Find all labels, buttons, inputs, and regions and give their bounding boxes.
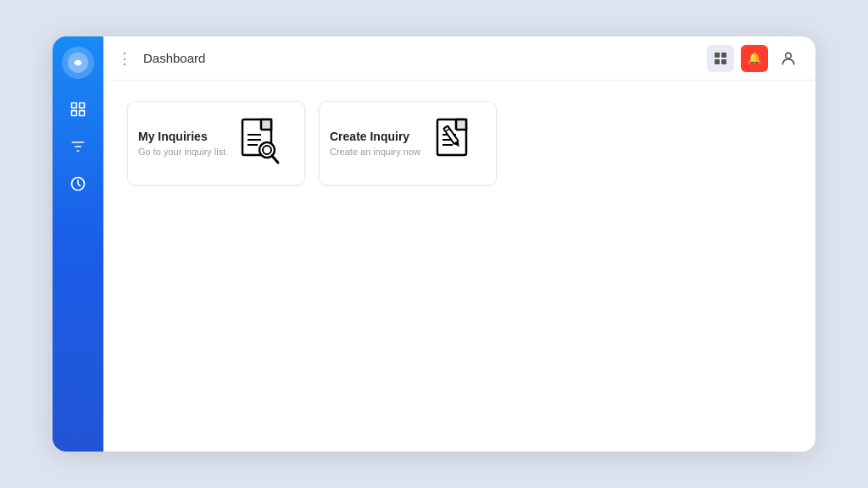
notification-icon: 🔔 bbox=[748, 52, 761, 64]
svg-rect-10 bbox=[721, 53, 726, 58]
svg-rect-1 bbox=[72, 103, 77, 108]
grid-view-button[interactable] bbox=[707, 45, 734, 72]
inquiry-list-icon bbox=[236, 116, 287, 170]
page-title: Dashboard bbox=[143, 51, 700, 65]
app-window: ⋮ Dashboard 🔔 bbox=[53, 36, 815, 452]
svg-rect-12 bbox=[721, 59, 726, 64]
main-content: My Inquiries Go to your inquiry list bbox=[103, 80, 815, 452]
sidebar-inquiries-icon[interactable] bbox=[63, 94, 93, 125]
inquiry-create-icon bbox=[431, 116, 481, 170]
dashboard-cards: My Inquiries Go to your inquiry list bbox=[127, 101, 792, 186]
svg-point-13 bbox=[786, 53, 792, 58]
header: ⋮ Dashboard 🔔 bbox=[103, 36, 815, 80]
svg-rect-2 bbox=[80, 103, 85, 108]
create-inquiry-subtitle: Create an inquiry now bbox=[330, 147, 420, 157]
sidebar bbox=[53, 36, 103, 452]
notification-button[interactable]: 🔔 bbox=[741, 45, 768, 72]
my-inquiries-text: My Inquiries Go to your inquiry list bbox=[138, 130, 225, 157]
app-logo[interactable] bbox=[62, 47, 94, 79]
my-inquiries-card[interactable]: My Inquiries Go to your inquiry list bbox=[127, 101, 305, 186]
sidebar-filter-icon[interactable] bbox=[63, 131, 93, 162]
user-profile-button[interactable] bbox=[775, 45, 802, 72]
my-inquiries-subtitle: Go to your inquiry list bbox=[138, 147, 225, 157]
svg-point-20 bbox=[263, 146, 271, 154]
header-actions: 🔔 bbox=[707, 45, 802, 72]
svg-rect-11 bbox=[715, 59, 720, 64]
menu-dots[interactable]: ⋮ bbox=[117, 49, 133, 68]
svg-rect-3 bbox=[72, 111, 77, 116]
main-area: ⋮ Dashboard 🔔 bbox=[103, 36, 815, 452]
svg-rect-9 bbox=[715, 53, 720, 58]
my-inquiries-title: My Inquiries bbox=[138, 130, 225, 143]
svg-rect-4 bbox=[80, 111, 85, 116]
create-inquiry-card[interactable]: Create Inquiry Create an inquiry now bbox=[319, 101, 497, 186]
sidebar-clock-icon[interactable] bbox=[63, 169, 93, 199]
create-inquiry-text: Create Inquiry Create an inquiry now bbox=[330, 130, 420, 157]
svg-line-21 bbox=[272, 156, 278, 163]
create-inquiry-title: Create Inquiry bbox=[330, 130, 420, 143]
